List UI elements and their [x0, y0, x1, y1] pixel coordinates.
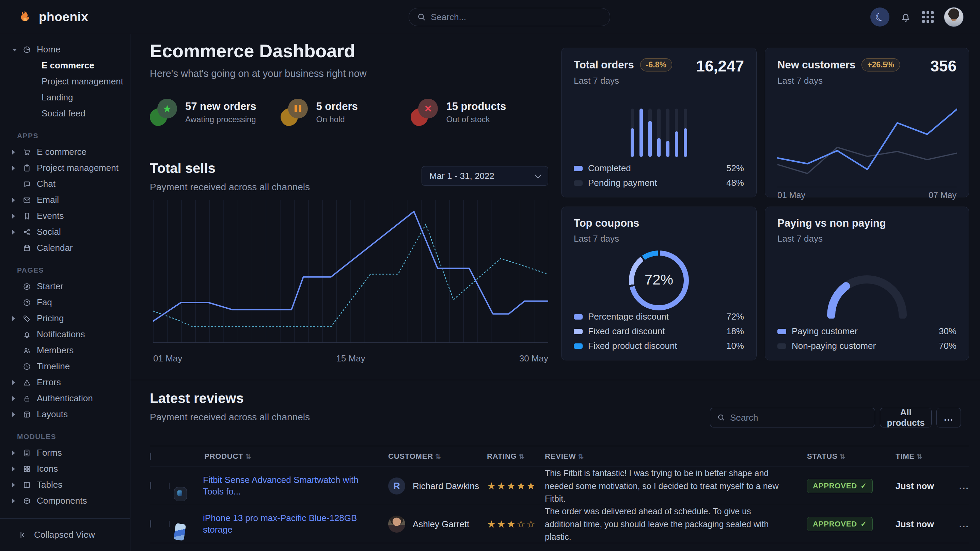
collapse-view-button[interactable]: Collapsed View — [0, 530, 95, 540]
column-header-product[interactable]: PRODUCT⇅ — [204, 452, 388, 461]
caret-right-icon — [12, 499, 20, 503]
reviews-search[interactable] — [710, 408, 875, 427]
sidebar-item-starter[interactable]: Starter — [0, 278, 130, 294]
brand-logo[interactable]: phoenix — [18, 9, 88, 25]
sidebar-item-tables[interactable]: Tables — [0, 477, 130, 493]
check-icon: ✓ — [861, 481, 867, 491]
review-text: This Fitbit is fantastic! I was trying t… — [545, 467, 807, 505]
share-icon — [22, 228, 31, 237]
total-sells-title: Total sells — [150, 160, 216, 176]
legend-label: Completed — [588, 163, 631, 173]
paying-gauge-chart — [819, 264, 915, 319]
card-period: Last 7 days — [777, 76, 956, 86]
sidebar-item-components[interactable]: Components — [0, 493, 130, 509]
sidebar-item-authentication[interactable]: Authentication — [0, 391, 130, 407]
caret-right-icon — [12, 396, 20, 401]
all-products-button[interactable]: All products — [880, 408, 932, 427]
x-tick: 07 May — [929, 190, 956, 200]
legend-value: 10% — [726, 341, 744, 351]
sidebar-item-calendar[interactable]: Calendar — [0, 240, 130, 256]
column-header-rating[interactable]: RATING⇅ — [487, 452, 545, 461]
sidebar-item-label: Email — [37, 195, 59, 205]
sidebar-item-pricing[interactable]: Pricing — [0, 310, 130, 326]
sidebar-item-social[interactable]: Social — [0, 224, 130, 240]
column-header-status[interactable]: STATUS⇅ — [807, 452, 896, 461]
sidebar-item-project-management[interactable]: Project management — [0, 160, 130, 176]
stat-subtitle: On hold — [316, 115, 358, 124]
caret-right-icon — [12, 198, 20, 203]
table-header-row: PRODUCT⇅CUSTOMER⇅ RATING⇅ REVIEW⇅ STATUS… — [150, 446, 969, 467]
card-value: 356 — [930, 57, 956, 75]
legend-value: 48% — [726, 178, 744, 188]
sort-icon: ⇅ — [519, 453, 525, 460]
column-header-customer[interactable]: CUSTOMER⇅ — [388, 452, 487, 461]
sidebar-item-notifications[interactable]: Notifications — [0, 326, 130, 342]
sidebar-group-home[interactable]: Home — [0, 41, 130, 57]
sidebar-item-errors[interactable]: Errors — [0, 374, 130, 391]
sidebar-item-timeline[interactable]: Timeline — [0, 358, 130, 374]
column-header-review[interactable]: REVIEW⇅ — [545, 452, 807, 461]
row-menu-button[interactable]: ... — [943, 519, 969, 530]
global-search-input[interactable] — [431, 12, 602, 22]
sidebar-item-chat[interactable]: Chat — [0, 176, 130, 192]
caret-right-icon — [12, 412, 20, 417]
table-row: Fitbit Sense Advanced Smartwatch with To… — [150, 467, 969, 505]
theme-toggle-button[interactable]: ☾ — [870, 8, 889, 27]
sidebar-item-label: Forms — [37, 448, 62, 458]
status-badge: APPROVED ✓ — [807, 517, 873, 531]
donut-center-label: 72% — [644, 272, 673, 288]
date-range-select[interactable]: Mar 1 - 31, 2022 — [422, 166, 548, 186]
sidebar-item-social-feed[interactable]: Social feed — [0, 105, 130, 122]
row-checkbox[interactable] — [150, 520, 151, 527]
orders-bar-chart — [631, 109, 687, 157]
sidebar-item-forms[interactable]: Forms — [0, 445, 130, 461]
notifications-button[interactable] — [900, 11, 912, 23]
search-icon — [417, 13, 426, 21]
sidebar-item-label: Components — [37, 495, 87, 506]
latest-reviews-subtitle: Payment received across all channels — [150, 412, 310, 423]
product-link[interactable]: iPhone 13 pro max-Pacific Blue-128GB sto… — [203, 513, 388, 536]
sidebar-item-project-management[interactable]: Project management — [0, 73, 130, 89]
sidebar-item-layouts[interactable]: Layouts — [0, 407, 130, 422]
card-period: Last 7 days — [574, 76, 744, 86]
sidebar-item-e-commerce[interactable]: E commerce — [0, 57, 130, 73]
legend-swatch — [574, 329, 582, 334]
row-menu-button[interactable]: ... — [943, 481, 969, 491]
warn-icon — [22, 378, 31, 387]
table-row-partial — [150, 543, 969, 551]
x-tick: 30 May — [519, 353, 548, 364]
apps-grid-button[interactable] — [922, 11, 934, 23]
search-icon — [717, 413, 725, 422]
sidebar-item-members[interactable]: Members — [0, 342, 130, 358]
legend-swatch — [574, 166, 582, 171]
sort-icon: ⇅ — [245, 453, 251, 460]
moon-icon: ☾ — [873, 10, 886, 24]
product-thumbnail[interactable] — [169, 521, 170, 527]
sidebar-item-email[interactable]: Email — [0, 192, 130, 208]
product-link[interactable]: Fitbit Sense Advanced Smartwatch with To… — [203, 475, 388, 497]
reviews-more-button[interactable]: ... — [936, 408, 961, 427]
row-checkbox[interactable] — [150, 482, 151, 489]
total-orders-card: Total orders -6.8% Last 7 days 16,247 Co… — [561, 48, 757, 197]
calendar-icon — [22, 244, 31, 252]
sidebar-item-label: Pricing — [37, 313, 64, 324]
sidebar-item-label: Icons — [37, 464, 58, 474]
column-header-time[interactable]: TIME⇅ — [896, 452, 943, 461]
bell-icon — [900, 11, 912, 23]
sidebar-item-icons[interactable]: Icons — [0, 461, 130, 477]
sidebar-item-faq[interactable]: Faq — [0, 294, 130, 310]
sidebar-item-events[interactable]: Events — [0, 208, 130, 224]
reviews-search-input[interactable] — [730, 413, 868, 423]
paying-vs-nonpaying-card: Paying vs non paying Last 7 days Paying … — [765, 206, 969, 360]
select-all-checkbox[interactable] — [150, 453, 151, 460]
sidebar-item-e-commerce[interactable]: E commerce — [0, 144, 130, 160]
global-search[interactable] — [409, 8, 610, 26]
customer-avatar: R — [388, 478, 405, 494]
product-thumbnail[interactable] — [169, 483, 170, 489]
legend-swatch — [574, 343, 582, 349]
sort-icon: ⇅ — [435, 453, 441, 460]
user-avatar[interactable] — [944, 7, 964, 27]
sidebar-footer: Collapsed View — [0, 518, 130, 551]
star-icon: ★ — [163, 103, 172, 115]
sidebar-item-landing[interactable]: Landing — [0, 89, 130, 105]
